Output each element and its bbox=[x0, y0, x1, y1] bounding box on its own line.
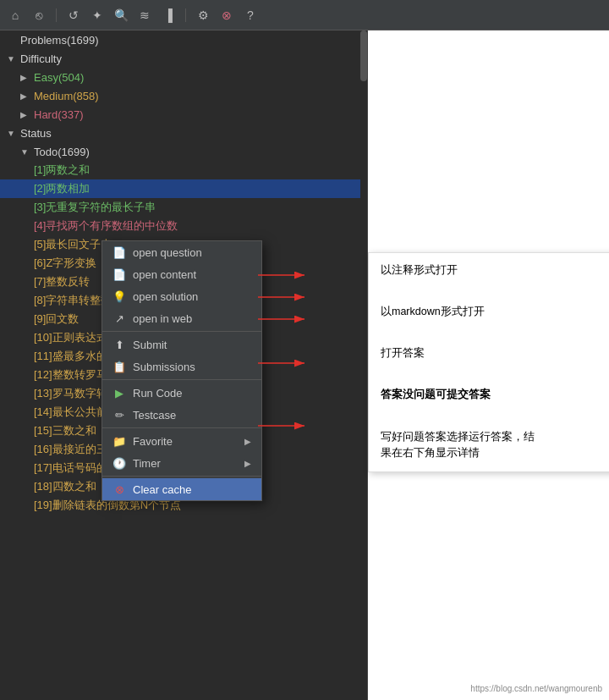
tree-label: Status bbox=[20, 127, 52, 140]
tree-label: [1]两数之和 bbox=[34, 163, 90, 178]
tree-item-hard[interactable]: ▶ Hard(337) bbox=[0, 105, 367, 124]
tree-label: [15]三数之和 bbox=[34, 423, 96, 438]
ctx-open-solution[interactable]: 💡 open solution bbox=[102, 285, 261, 307]
annotation-panel: 以注释形式打开 以markdown形式打开 打开答案 答案没问题可提交答案 写好… bbox=[368, 252, 609, 472]
ctx-label: open content bbox=[133, 268, 196, 281]
tree-item-p2[interactable]: [2]两数相加 bbox=[0, 179, 367, 198]
help-icon[interactable]: ? bbox=[242, 7, 259, 24]
tree-arrow: ▶ bbox=[20, 73, 30, 82]
toolbar: ⌂ ⎋ ↺ ✦ 🔍 ≋ ▐ ⚙ ⊗ ? bbox=[0, 0, 609, 30]
tree-label: [2]两数相加 bbox=[34, 181, 90, 196]
tree-label: Medium(858) bbox=[34, 90, 99, 102]
tree-label: Easy(504) bbox=[34, 71, 84, 84]
ctx-label: Favorite bbox=[133, 435, 173, 448]
annotation-line-4: 答案没问题可提交答案 bbox=[381, 388, 605, 402]
tree-item-todo[interactable]: ▼ Todo(1699) bbox=[0, 142, 367, 161]
clear-icon: ⊗ bbox=[112, 482, 126, 496]
ctx-timer[interactable]: 🕐 Timer ▶ bbox=[102, 452, 261, 474]
tree-arrow: ▶ bbox=[20, 91, 30, 101]
gear-icon[interactable]: ⚙ bbox=[195, 7, 211, 24]
chart-icon[interactable]: ▐ bbox=[160, 7, 177, 24]
tree-label: [18]四数之和 bbox=[34, 479, 96, 494]
ctx-label: Testcase bbox=[133, 409, 176, 422]
tree-arrow: ▶ bbox=[20, 110, 30, 119]
toolbar-separator bbox=[56, 8, 57, 22]
ctx-clear-cache[interactable]: ⊗ Clear cache bbox=[102, 478, 261, 500]
ctx-open-question[interactable]: 📄 open question bbox=[102, 241, 261, 263]
tree-label: [9]回文数 bbox=[34, 311, 79, 327]
context-menu: 📄 open question 📄 open content 💡 open so… bbox=[102, 240, 262, 501]
annotation-line-3: 打开答案 bbox=[381, 346, 605, 361]
tree-arrow: ▼ bbox=[7, 129, 17, 138]
bulb-icon: 💡 bbox=[112, 289, 126, 303]
tree-label: [6]Z字形变换 bbox=[34, 256, 96, 271]
document-icon: 📄 bbox=[112, 267, 126, 281]
main-layout: Problems(1699) ▼ Difficulty ▶ Easy(504) … bbox=[0, 30, 609, 700]
tree-label: Hard(337) bbox=[34, 108, 84, 121]
exit-icon[interactable]: ⎋ bbox=[30, 7, 47, 24]
refresh-icon[interactable]: ↺ bbox=[65, 7, 82, 24]
submenu-arrow-icon: ▶ bbox=[244, 437, 251, 446]
tree-item-easy[interactable]: ▶ Easy(504) bbox=[0, 68, 367, 86]
sidebar: Problems(1699) ▼ Difficulty ▶ Easy(504) … bbox=[0, 30, 368, 700]
ctx-label: Submit bbox=[133, 339, 167, 351]
ctx-label: Submissions bbox=[133, 361, 195, 373]
external-link-icon: ↗ bbox=[112, 311, 126, 325]
watermark: https://blog.csdn.net/wangmourenb bbox=[470, 684, 602, 693]
ctx-open-web[interactable]: ↗ open in web bbox=[102, 307, 261, 329]
ctx-label: Clear cache bbox=[133, 483, 191, 496]
tree-item-problems[interactable]: Problems(1699) bbox=[0, 30, 367, 49]
ctx-label: Timer bbox=[133, 457, 161, 470]
tree-label: [5]最长回文子串 bbox=[34, 237, 112, 252]
timer-icon: 🕐 bbox=[112, 456, 126, 470]
annotation-line-1: 以注释形式打开 bbox=[381, 263, 605, 278]
tree-item-status[interactable]: ▼ Status bbox=[0, 124, 367, 142]
ctx-separator-2 bbox=[102, 379, 261, 380]
ctx-testcase[interactable]: ✏ Testcase bbox=[102, 404, 261, 426]
ctx-label: open solution bbox=[133, 290, 198, 303]
ctx-separator-3 bbox=[102, 427, 261, 428]
tree-label: [4]寻找两个有序数组的中位数 bbox=[34, 218, 178, 234]
tree-item-p1[interactable]: [1]两数之和 bbox=[0, 161, 367, 179]
ctx-label: open question bbox=[133, 246, 202, 259]
right-panel: 以注释形式打开 以markdown形式打开 打开答案 答案没问题可提交答案 写好… bbox=[368, 30, 609, 700]
tree-arrow: ▼ bbox=[7, 54, 17, 63]
annotation-line-2: 以markdown形式打开 bbox=[381, 305, 605, 319]
ctx-open-content[interactable]: 📄 open content bbox=[102, 263, 261, 285]
ctx-run-code[interactable]: ▶ Run Code bbox=[102, 382, 261, 404]
edit-icon: ✏ bbox=[112, 408, 126, 422]
ctx-separator bbox=[102, 331, 261, 332]
play-icon: ▶ bbox=[112, 386, 126, 400]
ctx-label: Run Code bbox=[133, 387, 183, 400]
scrollbar-track bbox=[360, 30, 367, 700]
tree-item-p3[interactable]: [3]无重复字符的最长子串 bbox=[0, 198, 367, 217]
search-icon[interactable]: 🔍 bbox=[112, 7, 129, 24]
annotation-line-5: 写好问题答案选择运行答案，结果在右下角显示详情 bbox=[381, 429, 605, 461]
tree-label: [8]字符串转整数 bbox=[34, 293, 112, 308]
pin-icon[interactable]: ✦ bbox=[89, 7, 106, 24]
folder-icon: 📁 bbox=[112, 434, 126, 448]
tree-item-difficulty[interactable]: ▼ Difficulty bbox=[0, 49, 367, 68]
tree-label: Difficulty bbox=[20, 52, 62, 65]
tree-label: [7]整数反转 bbox=[34, 274, 90, 289]
tree-item-medium[interactable]: ▶ Medium(858) bbox=[0, 86, 367, 105]
ctx-submissions[interactable]: 📋 Submissions bbox=[102, 356, 261, 378]
tree-label: Todo(1699) bbox=[34, 146, 90, 158]
ctx-favorite[interactable]: 📁 Favorite ▶ bbox=[102, 430, 261, 452]
scrollbar-thumb[interactable] bbox=[360, 30, 367, 81]
upload-icon: ⬆ bbox=[112, 338, 126, 351]
document-icon: 📄 bbox=[112, 245, 126, 259]
filter-icon[interactable]: ≋ bbox=[136, 7, 153, 24]
close-circle-icon[interactable]: ⊗ bbox=[218, 7, 235, 24]
tree-label: Problems(1699) bbox=[20, 34, 99, 47]
tree-arrow: ▼ bbox=[20, 147, 30, 157]
tree-item-p4[interactable]: [4]寻找两个有序数组的中位数 bbox=[0, 217, 367, 235]
toolbar-separator-2 bbox=[185, 8, 186, 22]
list-icon: 📋 bbox=[112, 360, 126, 373]
ctx-label: open in web bbox=[133, 312, 192, 325]
tree-label: [3]无重复字符的最长子串 bbox=[34, 200, 156, 215]
ctx-submit[interactable]: ⬆ Submit bbox=[102, 333, 261, 356]
home-icon[interactable]: ⌂ bbox=[7, 7, 24, 24]
submenu-arrow-icon: ▶ bbox=[244, 459, 251, 468]
ctx-separator-4 bbox=[102, 476, 261, 477]
